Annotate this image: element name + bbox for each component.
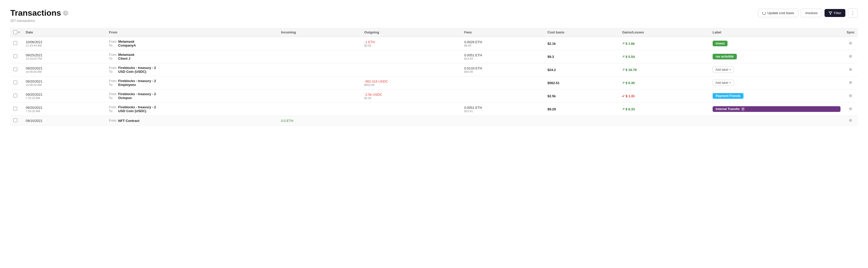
row-checkbox[interactable] xyxy=(13,41,17,45)
cell-from: From:MetamaskTo:CompanyA xyxy=(106,37,278,50)
cell-sync xyxy=(843,50,858,63)
row-checkbox[interactable] xyxy=(13,80,17,85)
cost-basis-column-header: Cost basis xyxy=(545,28,619,37)
cell-sync xyxy=(843,76,858,90)
update-cost-basis-button[interactable]: Update cost basis xyxy=(758,9,798,17)
select-all-checkbox[interactable] xyxy=(13,30,17,34)
fees-amount: 0.0133 ETH xyxy=(464,66,541,70)
outgoing-amount: -562.416 USDC xyxy=(364,79,458,83)
cell-outgoing xyxy=(361,103,461,116)
gain-arrow: ↗ xyxy=(622,55,625,58)
from-address: Metamask xyxy=(118,53,134,57)
date-main: 09/20/2021 xyxy=(26,66,103,70)
row-checkbox[interactable] xyxy=(13,107,17,110)
cell-gain-loss: ↗$ 16.79 xyxy=(619,63,709,76)
cell-label: invest xyxy=(710,37,843,50)
cell-outgoing: -2.5k USDC$2.5k xyxy=(361,90,461,103)
more-options-button[interactable]: ⋮ xyxy=(848,8,858,18)
cell-outgoing xyxy=(361,116,461,126)
date-main: 10/06/2021 xyxy=(26,40,103,44)
to-label: To: xyxy=(109,44,117,47)
gain-arrow: ↗ xyxy=(622,42,625,45)
to-address: Employees xyxy=(118,83,136,87)
cell-gain-loss xyxy=(619,116,709,126)
add-label-button[interactable]: Add label + xyxy=(713,67,734,73)
add-label-button[interactable]: Add label + xyxy=(713,80,734,86)
page-title-text: Transactions xyxy=(10,8,61,18)
cell-sync xyxy=(843,90,858,103)
table-row: 09/20/202110:06:00 AMFrom:Fireblocks - t… xyxy=(10,63,858,76)
sync-status-indicator xyxy=(849,55,852,58)
gain-arrow: ↗ xyxy=(622,81,625,85)
internal-transfer-help-icon[interactable]: ? xyxy=(741,107,745,111)
sync-status-indicator xyxy=(849,81,852,84)
filter-button[interactable]: Filter xyxy=(825,9,845,17)
sync-status-indicator xyxy=(849,107,852,110)
cell-sync xyxy=(843,63,858,76)
gain-amount: $ 6.33 xyxy=(625,107,635,111)
cell-date: 09/20/20217:33:20 AM xyxy=(23,90,106,103)
incoming-column-header: Incoming xyxy=(278,28,361,37)
cell-incoming xyxy=(278,103,361,116)
table-row: 09/20/202110:06:00 AMFrom:Fireblocks - t… xyxy=(10,76,858,90)
cell-incoming xyxy=(278,63,361,76)
cell-from: From:Fireblocks - treasury - 2To:USD Coi… xyxy=(106,103,278,116)
from-address: NFT Contract xyxy=(118,119,140,123)
select-all-chevron[interactable]: ▾ xyxy=(18,31,20,34)
add-icon: + xyxy=(729,81,731,85)
cell-cost-basis: $562.51 xyxy=(545,76,619,90)
table-row: 09/20/20217:33:20 AMFrom:Fireblocks - tr… xyxy=(10,90,858,103)
invest-label-badge[interactable]: invest xyxy=(713,41,728,46)
to-label: To: xyxy=(109,96,117,100)
row-checkbox[interactable] xyxy=(13,67,17,71)
invoices-button[interactable]: Invoices xyxy=(801,9,822,17)
row-checkbox[interactable] xyxy=(13,94,17,98)
from-address: Fireblocks - treasury - 2 xyxy=(118,79,156,83)
cell-cost-basis: $9.29 xyxy=(545,103,619,116)
date-main: 09/20/2021 xyxy=(26,79,103,83)
from-address: Fireblocks - treasury - 2 xyxy=(118,105,156,109)
add-icon: + xyxy=(729,68,731,71)
label-column-header: Label xyxy=(710,28,843,37)
row-checkbox[interactable] xyxy=(13,118,17,122)
cell-label: Add label + xyxy=(710,76,843,90)
transactions-table: ▾ Date From Incoming Outgoing Fees Cost … xyxy=(10,28,858,126)
cell-fees xyxy=(461,90,545,103)
refresh-icon xyxy=(762,11,766,15)
date-main: 09/20/2021 xyxy=(26,106,103,109)
cell-sync xyxy=(843,116,858,126)
to-label: To: xyxy=(109,70,117,73)
from-label: From: xyxy=(109,79,117,83)
outgoing-usd: $3.6k xyxy=(364,44,458,47)
outgoing-usd: $2.5k xyxy=(364,96,458,100)
help-icon[interactable]: ? xyxy=(63,10,68,16)
fees-usd: $9.83 xyxy=(464,44,541,47)
rev-label-badge[interactable]: rev activitité xyxy=(713,54,737,59)
date-main: 09/25/2021 xyxy=(26,53,103,57)
cell-outgoing: -1 ETH$3.6k xyxy=(361,37,461,50)
fees-column-header: Fees xyxy=(461,28,545,37)
cell-cost-basis: $24.2 xyxy=(545,63,619,76)
outgoing-column-header: Outgoing xyxy=(361,28,461,37)
outgoing-amount: -2.5k USDC xyxy=(364,93,458,96)
cell-sync xyxy=(843,103,858,116)
cell-gain-loss: ↗$ 0.35 xyxy=(619,76,709,90)
from-column-header: From xyxy=(106,28,278,37)
cell-date: 09/20/202110:06:00 AM xyxy=(23,76,106,90)
cell-gain-loss: ↗$ 6.33 xyxy=(619,103,709,116)
from-label: From: xyxy=(109,119,117,123)
outgoing-amount: -1 ETH xyxy=(364,40,458,44)
incoming-amount: 0.0 ETH xyxy=(281,119,293,123)
internal-transfer-label-badge[interactable]: Internal Transfer ? xyxy=(713,106,840,112)
cell-date: 10/06/202111:43:44 AM xyxy=(23,37,106,50)
cell-cost-basis xyxy=(545,116,619,126)
row-checkbox[interactable] xyxy=(13,54,17,58)
fees-usd: $40.99 xyxy=(464,70,541,73)
to-address: Octopus xyxy=(118,96,132,100)
from-label: From: xyxy=(109,105,117,109)
cell-sync xyxy=(843,37,858,50)
cell-from: From:Fireblocks - treasury - 2To:USD Coi… xyxy=(106,63,278,76)
to-label: To: xyxy=(109,109,117,113)
payment-label-badge[interactable]: Payment Friends xyxy=(713,93,744,99)
date-time: 12:04:02 PM xyxy=(26,57,103,60)
